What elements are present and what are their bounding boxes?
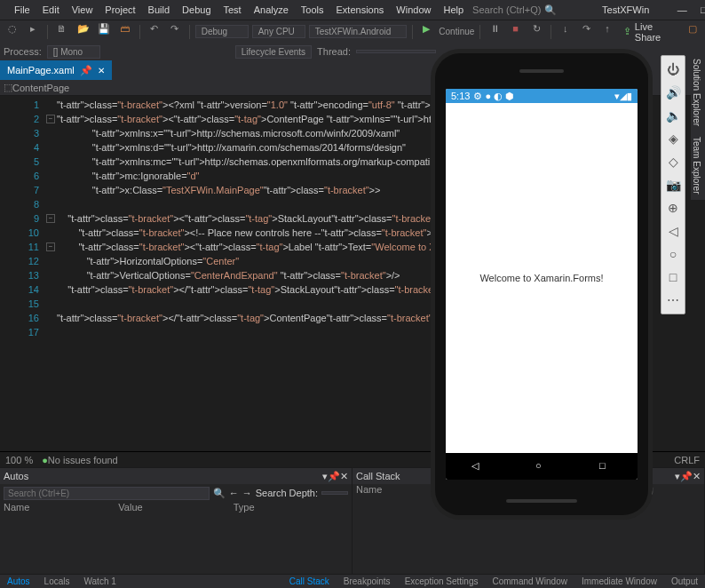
open-file-button[interactable]: 📂 [75, 23, 92, 41]
menu-view[interactable]: View [67, 3, 99, 17]
tab-locals[interactable]: Locals [37, 575, 77, 588]
platform-dropdown[interactable]: Any CPU [252, 25, 305, 38]
search-icon[interactable]: 🔍 [213, 488, 226, 499]
menu-window[interactable]: Window [391, 3, 436, 17]
fold-button[interactable]: − [46, 214, 55, 223]
search-placeholder: Search (Ctrl+Q) [472, 4, 541, 15]
lifecycle-dropdown[interactable]: Lifecycle Events [235, 45, 312, 59]
main-menu: File Edit View Project Build Debug Test … [9, 3, 469, 17]
menu-debug[interactable]: Debug [177, 3, 216, 17]
back-button[interactable]: ◁ [471, 460, 484, 473]
emu-back-button[interactable]: ◁ [661, 221, 685, 241]
standard-toolbar: ◌ ▸ 🗎 📂 💾 🗃 ↶ ↷ Debug Any CPU TestXFWin.… [0, 20, 705, 43]
pause-button[interactable]: ⏸ [486, 23, 503, 41]
power-button[interactable]: ⏻ [661, 60, 685, 79]
target-dropdown[interactable]: TestXFWin.Android [309, 25, 407, 38]
menu-build[interactable]: Build [143, 3, 175, 17]
volume-down-button[interactable]: 🔈 [661, 106, 685, 125]
tab-command[interactable]: Command Window [485, 575, 574, 588]
rotate-left-button[interactable]: ◈ [661, 129, 685, 148]
stop-button[interactable]: ■ [507, 23, 525, 41]
menu-project[interactable]: Project [99, 3, 140, 17]
search-depth-dropdown[interactable] [321, 491, 348, 495]
col-name[interactable]: Name [4, 502, 118, 516]
menu-tools[interactable]: Tools [296, 3, 329, 17]
fold-button[interactable]: − [46, 115, 55, 123]
tab-output[interactable]: Output [664, 575, 705, 588]
volume-up-button[interactable]: 🔊 [661, 83, 685, 102]
tab-breakpoints[interactable]: Breakpoints [337, 575, 398, 588]
thread-dropdown[interactable] [356, 50, 436, 53]
issues-status[interactable]: No issues found [48, 455, 118, 465]
tab-immediate[interactable]: Immediate Window [574, 575, 664, 588]
liveshare-icon: ⇪ [623, 26, 631, 37]
welcome-label: Welcome to Xamarin.Forms! [479, 273, 603, 283]
check-icon: ● [42, 455, 48, 465]
redo-button[interactable]: ↷ [166, 23, 184, 41]
quick-launch[interactable]: Search (Ctrl+Q)🔍 [469, 4, 575, 16]
breadcrumb-left[interactable]: ContentPage [12, 83, 69, 93]
save-all-button[interactable]: 🗃 [116, 23, 134, 41]
zoom-button[interactable]: ⊕ [661, 198, 685, 218]
search-depth-label: Search Depth: [256, 488, 318, 498]
nav-fwd-button[interactable]: ▸ [25, 23, 43, 41]
menu-edit[interactable]: Edit [37, 3, 65, 17]
emulator-content: Welcome to Xamarin.Forms! [446, 103, 638, 453]
menu-test[interactable]: Test [218, 3, 247, 17]
tab-watch1[interactable]: Watch 1 [76, 575, 123, 588]
admin-icon: ▢ [684, 23, 701, 41]
autos-search-input[interactable] [4, 487, 210, 500]
col-value[interactable]: Value [118, 502, 233, 516]
minimize-button[interactable]: — [676, 4, 688, 16]
crlf-indicator[interactable]: CRLF [674, 455, 700, 465]
continue-button[interactable]: ▶ [418, 23, 436, 41]
camera-button[interactable]: 📷 [661, 175, 685, 195]
process-dropdown[interactable]: [] Mono [47, 45, 100, 59]
more-button[interactable]: ⋯ [661, 290, 685, 310]
line-gutter: 1234 5678 9101112 13141516 17 [0, 96, 44, 451]
config-dropdown[interactable]: Debug [195, 25, 249, 38]
tab-mainpage-xaml[interactable]: MainPage.xaml 📌 ✕ [0, 60, 112, 80]
tab-close-button[interactable]: ✕ [98, 66, 105, 75]
emulator-toolbar: ⏻ 🔊 🔈 ◈ ◇ 📷 ⊕ ◁ ○ □ ⋯ [661, 55, 685, 314]
step-into-button[interactable]: ↓ [557, 23, 574, 41]
close-icon[interactable]: ✕ [340, 471, 348, 482]
tab-callstack[interactable]: Call Stack [282, 575, 337, 588]
thread-label: Thread: [317, 46, 351, 57]
tab-autos[interactable]: Autos [0, 575, 37, 588]
overview-button[interactable]: □ [599, 460, 612, 473]
emulator-status-icons: ⚙ ● ◐ ⬢ [473, 91, 514, 102]
team-explorer-tab[interactable]: Team Explorer [691, 131, 702, 199]
nav-back-button[interactable]: ◌ [4, 23, 21, 41]
member-icon: ⬚ [4, 82, 12, 93]
restart-button[interactable]: ↻ [527, 23, 545, 41]
emulator-right-icons: ▾◢▮ [614, 91, 632, 102]
rotate-right-button[interactable]: ◇ [661, 152, 685, 171]
autos-title: Autos [4, 471, 322, 481]
undo-button[interactable]: ↶ [146, 23, 163, 41]
liveshare-button[interactable]: Live Share [635, 21, 681, 43]
pin-icon[interactable]: 📌 [680, 471, 693, 482]
tab-exceptions[interactable]: Exception Settings [398, 575, 486, 588]
android-emulator: 5:13 ⚙ ● ◐ ⬢ ▾◢▮ Welcome to Xamarin.Form… [435, 53, 648, 515]
maximize-button[interactable]: □ [697, 4, 705, 16]
pin-icon[interactable]: 📌 [80, 65, 92, 76]
fold-button[interactable]: − [46, 242, 55, 251]
menu-help[interactable]: Help [438, 3, 469, 17]
home-button[interactable]: ○ [535, 460, 548, 473]
emu-overview-button[interactable]: □ [661, 267, 685, 287]
menu-extensions[interactable]: Extensions [331, 3, 390, 17]
step-out-button[interactable]: ↑ [598, 23, 616, 41]
pin-icon[interactable]: 📌 [328, 471, 340, 482]
step-over-button[interactable]: ↷ [578, 23, 596, 41]
menu-analyze[interactable]: Analyze [249, 3, 294, 17]
solution-explorer-tab[interactable]: Solution Explorer [691, 53, 702, 131]
save-button[interactable]: 💾 [95, 23, 113, 41]
menu-file[interactable]: File [9, 3, 36, 17]
new-file-button[interactable]: 🗎 [53, 23, 71, 41]
zoom-level[interactable]: 100 % [5, 455, 33, 465]
close-icon[interactable]: ✕ [693, 471, 701, 482]
col-type[interactable]: Type [234, 502, 348, 516]
continue-label: Continue [439, 27, 474, 36]
emu-home-button[interactable]: ○ [661, 244, 685, 264]
